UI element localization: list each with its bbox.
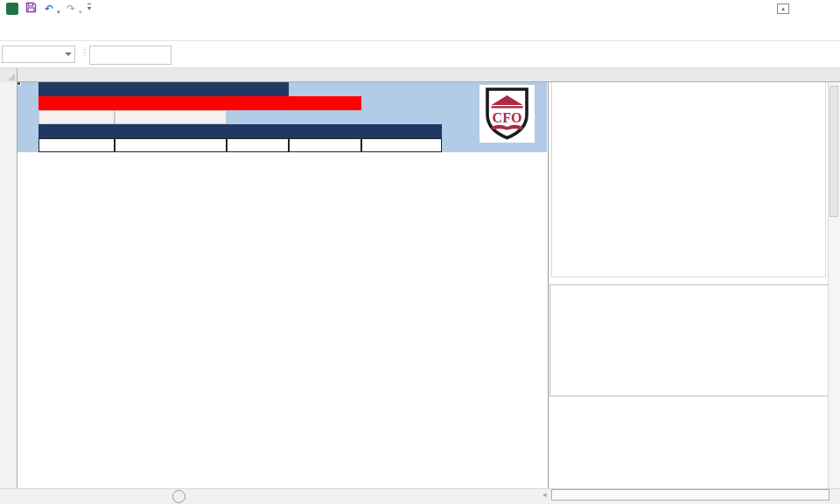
hscroll-left-icon[interactable]: ◂ xyxy=(542,490,547,499)
formula-bar-splitter[interactable]: ⋮ xyxy=(80,47,89,57)
horizontal-scrollbar[interactable] xyxy=(551,489,830,500)
filter-count-value-cell[interactable] xyxy=(227,110,282,124)
sheet-cell-area[interactable]: CFO xyxy=(18,82,830,488)
filter-count-label-cell[interactable] xyxy=(227,96,289,110)
ribbon-tab-bar xyxy=(0,18,840,41)
vertical-scrollbar-thumb[interactable] xyxy=(830,86,838,217)
filter-title-cell[interactable] xyxy=(38,82,289,96)
aging-bucket-label-cell[interactable] xyxy=(115,124,227,138)
aging-bucket-value-cell[interactable] xyxy=(361,138,442,152)
filter-from-value-cell[interactable] xyxy=(38,110,115,124)
aging-pie-chart[interactable] xyxy=(551,82,826,277)
filter-from-label-cell[interactable] xyxy=(38,96,115,110)
aging-bucket-value-cell[interactable] xyxy=(289,138,361,152)
excel-app-icon xyxy=(6,3,18,15)
filter-to-label-cell[interactable] xyxy=(115,96,227,110)
name-box-dropdown-icon[interactable] xyxy=(65,52,72,56)
title-bar: ↶ ▾ ↷ ▾ ▾ ▴ xyxy=(0,0,840,18)
new-sheet-icon[interactable] xyxy=(172,490,186,503)
insert-function-icon[interactable] xyxy=(141,46,167,64)
aging-bucket-value-cell[interactable] xyxy=(227,138,289,152)
formula-buttons xyxy=(89,46,172,65)
aging-bucket-label-cell[interactable] xyxy=(38,124,115,138)
cfo-logo-text: CFO xyxy=(493,110,522,125)
customize-qat-icon[interactable]: ▾ xyxy=(88,4,91,13)
aging-bucket-label-cell[interactable] xyxy=(361,124,442,138)
aging-bucket-label-cell[interactable] xyxy=(227,124,289,138)
redo-icon[interactable]: ↷ xyxy=(66,2,75,16)
selected-cell-outline xyxy=(18,82,21,86)
cfo-logo: CFO xyxy=(480,85,535,143)
filter-amount-label-cell[interactable] xyxy=(289,96,361,110)
enter-icon[interactable] xyxy=(115,46,141,64)
aging-bucket-label-cell[interactable] xyxy=(289,124,361,138)
aging-bucket-value-cell[interactable] xyxy=(38,138,115,152)
aging-bucket-value-cell[interactable] xyxy=(115,138,227,152)
select-all-corner[interactable] xyxy=(0,68,18,82)
cancel-icon[interactable] xyxy=(90,46,116,64)
save-icon[interactable] xyxy=(25,2,37,17)
filter-amount-value-cell[interactable] xyxy=(289,110,358,124)
formula-input[interactable] xyxy=(175,46,836,62)
ribbon-display-options-icon[interactable]: ▴ xyxy=(777,4,789,14)
row-headers xyxy=(0,82,18,488)
column-headers xyxy=(0,68,840,82)
excel-window: { "colors": { "accent_green": "#217346",… xyxy=(0,0,840,504)
instructions-box xyxy=(550,284,830,396)
filter-to-value-cell[interactable] xyxy=(115,110,227,124)
formula-bar: ⋮ xyxy=(0,42,840,69)
undo-icon[interactable]: ↶ xyxy=(45,2,53,16)
page-break-line xyxy=(548,82,549,488)
pie-plot xyxy=(552,82,825,276)
